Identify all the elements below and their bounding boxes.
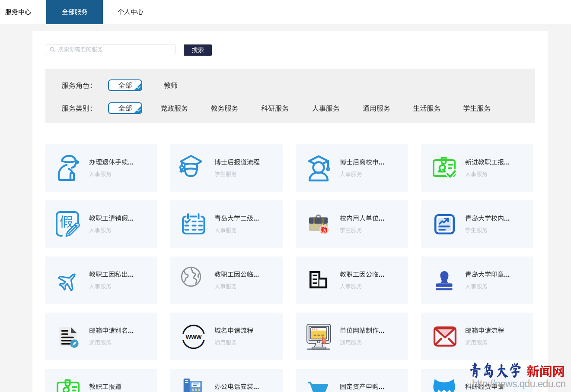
svg-text:http://news.qdu.edu.cn: http://news.qdu.edu.cn <box>472 378 565 389</box>
svg-text:WWW: WWW <box>186 334 202 340</box>
svg-text:w.w.w: w.w.w <box>313 333 324 337</box>
